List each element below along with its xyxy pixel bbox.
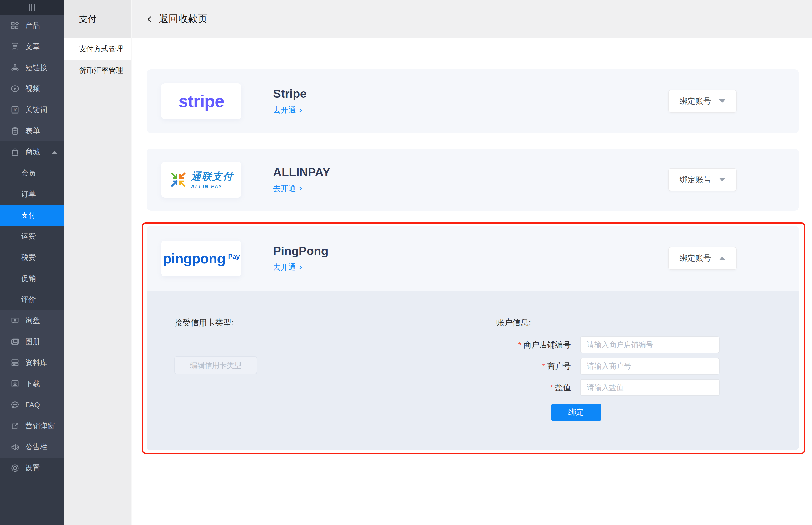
provider-card-allinpay: 通联支付 ALLIN PAY ALLINPAY 去开通 绑定账号 [147,149,799,211]
sidebar-item-mall[interactable]: 商城 [0,141,64,163]
required-asterisk: * [542,362,545,370]
sidebar-subitem-reviews[interactable]: 评价 [0,289,64,310]
subside-item-payment-methods[interactable]: 支付方式管理 [64,38,131,60]
sidebar-subitem-promotion[interactable]: 促销 [0,268,64,289]
chevron-left-icon [148,16,154,22]
bind-account-button-pingpong[interactable]: 绑定账号 [668,247,737,270]
allinpay-logo: 通联支付 ALLIN PAY [161,162,242,198]
sidebar-item-products[interactable]: 产品 [0,15,64,36]
activate-link-stripe[interactable]: 去开通 [273,105,307,115]
back-to-checkout-link[interactable]: 返回收款页 [149,12,208,26]
sidebar-item-articles[interactable]: 文章 [0,36,64,57]
chevron-right-icon [298,265,302,269]
sidebar-item-downloads[interactable]: 下载 [0,373,64,394]
sidebar-item-short-links[interactable]: 短链接 [0,57,64,78]
sidebar-item-label: 视频 [25,84,40,94]
required-asterisk: * [550,383,553,392]
sidebar-subitem-shipping[interactable]: 运费 [0,226,64,247]
sidebar-item-label: 短链接 [25,63,47,73]
merchant-id-input[interactable] [580,358,720,375]
inquiry-bubble-icon [11,316,19,325]
provider-name: Stripe [273,87,307,101]
bind-button-label: 绑定账号 [679,96,711,107]
page-header: 返回收款页 [132,0,812,38]
form-row-shop-id: *商户店铺编号 [476,336,720,353]
content-area: stripe Stripe 去开通 绑定账号 [132,38,812,525]
field-label: *商户号 [476,358,571,375]
provider-name: PingPong [273,244,328,258]
sidebar-item-settings[interactable]: 设置 [0,457,64,479]
mall-expanded-group: 商城 会员 订单 支付 运费 税费 促销 评价 [0,141,64,310]
sidebar-item-label: 商城 [25,147,40,157]
form-row-salt: *盐值 [476,379,720,396]
sidebar-item-label: 关键词 [25,105,47,115]
play-circle-icon [11,84,19,93]
sidebar-bottom-section: 设置 [0,457,64,525]
article-icon [11,42,19,51]
image-icon [11,337,19,346]
sidebar-item-announcements[interactable]: 公告栏 [0,436,64,457]
sidebar-item-label: 产品 [25,20,40,31]
panel-divider [472,314,472,418]
provider-info: ALLINPAY 去开通 [273,165,331,194]
sidebar-subitem-label: 订单 [21,189,36,199]
caret-up-icon [719,257,725,260]
short-link-icon [11,63,19,72]
bind-account-button-allinpay[interactable]: 绑定账号 [668,168,737,191]
bind-submit-button[interactable]: 绑定 [551,404,601,421]
bind-button-label: 绑定账号 [679,253,711,264]
sidebar-menu: 产品 文章 短链接 视频 K 关键词 表单 [0,15,64,525]
sidebar-item-forms[interactable]: 表单 [0,120,64,141]
sidebar-subitem-members[interactable]: 会员 [0,163,64,184]
download-icon [11,379,19,388]
secondary-sidebar: 支付 支付方式管理 货币汇率管理 [64,0,132,525]
main-area: 返回收款页 stripe Stripe 去开通 绑定账号 [132,0,812,525]
sidebar-item-albums[interactable]: 图册 [0,331,64,352]
activate-link-label: 去开通 [273,105,296,115]
allinpay-en-wordmark: ALLIN PAY [191,184,233,190]
sidebar-item-marketing-popup[interactable]: 营销弹窗 [0,416,64,436]
activate-link-label: 去开通 [273,183,296,194]
sidebar-item-inquiries[interactable]: 询盘 [0,310,64,331]
activate-link-pingpong[interactable]: 去开通 [273,262,328,273]
keyword-icon: K [11,105,19,114]
sidebar-subitem-label: 评价 [21,295,36,304]
sidebar-item-label: 设置 [25,463,40,473]
gear-icon [11,464,19,472]
provider-info: PingPong 去开通 [273,244,328,273]
salt-input[interactable] [580,379,720,396]
back-link-label: 返回收款页 [159,12,208,26]
sidebar-item-faq[interactable]: FAQ [0,394,64,416]
activate-link-allinpay[interactable]: 去开通 [273,183,331,194]
clipboard-icon [11,126,19,135]
shopping-bag-icon [11,148,19,156]
chevron-right-icon [298,186,302,191]
sidebar-collapse-handle[interactable] [0,0,64,15]
sidebar-subitem-payment[interactable]: 支付 [0,205,64,226]
sidebar-subitem-orders[interactable]: 订单 [0,184,64,205]
accept-card-types-label: 接受信用卡类型: [174,317,234,328]
sidebar-subitem-tax[interactable]: 税费 [0,247,64,268]
bind-account-button-stripe[interactable]: 绑定账号 [668,90,737,113]
account-info-label: 账户信息: [496,317,531,328]
field-label: *商户店铺编号 [476,336,571,353]
allinpay-arrows-icon [170,171,187,188]
chevron-up-icon [52,151,57,153]
field-label: *盐值 [476,379,571,396]
subside-item-label: 货币汇率管理 [79,65,123,76]
subside-item-currency-rates[interactable]: 货币汇率管理 [64,60,131,81]
edit-card-types-button[interactable]: 编辑信用卡类型 [174,356,257,374]
sidebar-item-keywords[interactable]: K 关键词 [0,99,64,120]
pingpong-expanded-panel: 接受信用卡类型: 编辑信用卡类型 账户信息: *商户店铺编号 *商户号 [147,291,799,450]
sidebar-subitem-label: 促销 [21,273,36,283]
chevron-right-icon [298,108,302,112]
sidebar-item-library[interactable]: 资料库 [0,352,64,373]
merchant-shop-id-input[interactable] [580,336,720,353]
provider-info: Stripe 去开通 [273,87,307,115]
sidebar-subitem-label: 税费 [21,252,36,262]
required-asterisk: * [518,340,521,349]
megaphone-icon [11,442,19,451]
sidebar-item-videos[interactable]: 视频 [0,78,64,99]
collapse-bars-icon [29,4,35,11]
caret-down-icon [719,178,725,181]
